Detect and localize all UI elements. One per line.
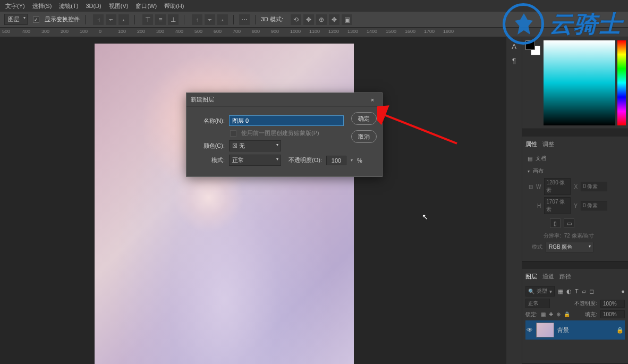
mode-select[interactable]: 正常 [229,155,281,166]
y-field[interactable]: 0 像素 [581,201,607,210]
mode3d-icons: ⟲ ✥ ⊕ ✥ ▣ [291,14,352,25]
color-select[interactable]: ☒ 无 [229,140,281,151]
resolution-label: 分辨率: [544,232,561,240]
blend-mode-select[interactable]: 正常 [525,299,550,308]
align-bottom-icon[interactable]: ⊥ [168,14,179,25]
ruler-tick: 200 [137,29,145,34]
layer-row-background[interactable]: 👁 背景 🔒 [525,320,625,340]
ruler-tick: 0 [99,29,101,34]
type-tool-icon[interactable]: A [512,43,516,50]
color-field[interactable] [544,40,615,125]
lock-label: 锁定: [525,311,538,318]
layer-opacity[interactable]: 100% [600,300,625,308]
tab-properties[interactable]: 属性 [525,140,537,148]
ruler-tick: 1800 [443,29,454,34]
show-transform-label: 显示变换控件 [45,15,80,23]
distribute-space-icon[interactable]: ⫠ [217,14,228,25]
camera-icon[interactable]: ▣ [342,14,352,25]
align-top-icon[interactable]: ⊤ [142,14,153,25]
link-icon[interactable]: ⊟ [529,184,533,190]
fg-bg-swatch[interactable] [525,40,540,55]
close-icon[interactable]: × [367,97,378,103]
cursor-icon: ↖ [422,213,428,221]
ruler-tick: 100 [118,29,126,34]
lock-all-icon[interactable]: 🔒 [564,311,570,317]
layer-name[interactable]: 背景 [557,326,569,334]
menu-item[interactable]: 视图(V) [109,2,129,10]
landscape-icon[interactable]: ▭ [564,218,574,228]
chevron-down-icon[interactable]: ▾ [528,169,530,174]
ruler-tick: 1400 [367,29,377,34]
filter-type-icon[interactable]: T [575,288,579,294]
menu-item[interactable]: 滤镜(T) [59,2,78,10]
ruler-tick: 500 [194,29,202,34]
filter-toggle-icon[interactable]: ● [621,288,625,294]
align-center-h-icon[interactable]: ⫟ [106,14,116,25]
document-image[interactable] [95,44,354,364]
lock-icon[interactable]: 🔒 [616,327,624,334]
pan-icon[interactable]: ✥ [303,14,314,25]
more-options-icon[interactable]: ⋯ [239,14,250,25]
separator [134,15,135,24]
lock-pixels-icon[interactable]: ▦ [541,311,546,317]
w-label: W [536,184,541,190]
opacity-label: 不透明度(O): [288,156,322,164]
filter-shape-icon[interactable]: ▱ [582,288,586,295]
layer-dropdown[interactable]: 图层 [4,14,28,25]
visibility-icon[interactable]: 👁 [527,326,533,334]
clip-mask-checkbox [230,130,236,137]
ok-button[interactable]: 确定 [351,112,377,125]
tab-layers[interactable]: 图层 [525,273,537,281]
layer-filter[interactable]: 🔍 类型 ▾ [525,286,555,297]
x-field[interactable]: 0 像素 [581,182,607,191]
hue-strip[interactable] [617,40,626,125]
filter-smart-icon[interactable]: ◻ [589,288,594,295]
chevron-down-icon[interactable]: ▾ [351,158,353,163]
ruler-tick: 1600 [405,29,415,34]
align-icons: ⫞ ⫟ ⫠ [93,14,129,25]
orbit-icon[interactable]: ⟲ [291,14,301,25]
right-tool-column: A ¶ [506,37,522,364]
ruler-tick: 1000 [290,29,301,34]
menu-item[interactable]: 窗口(W) [135,2,157,10]
portrait-icon[interactable]: ▯ [550,218,561,228]
distribute-h-icon[interactable]: ⫞ [192,14,202,25]
document-icon: ▤ [528,156,532,162]
height-field[interactable]: 1707 像素 [544,197,571,214]
slide-icon[interactable]: ✥ [329,14,340,25]
ruler-tick: 1100 [309,29,320,34]
opacity-input[interactable]: 100 [326,156,346,165]
properties-panel: 属性 调整 ▤文档 ▾画布 ⊟ W 1280 像素 X 0 像素 H 1707 … [522,137,628,261]
tab-adjust[interactable]: 调整 [542,140,554,148]
align-right-icon[interactable]: ⫠ [118,14,129,25]
show-transform-checkbox[interactable] [33,16,39,23]
right-panels: 属性 调整 ▤文档 ▾画布 ⊟ W 1280 像素 X 0 像素 H 1707 … [522,37,628,364]
filter-pixel-icon[interactable]: ▦ [558,288,563,295]
menu-item[interactable]: 文字(Y) [5,2,25,10]
canvas-area[interactable]: ↖ [0,37,511,364]
align-left-icon[interactable]: ⫞ [93,14,104,25]
ruler-tick: 300 [41,29,49,34]
filter-adjust-icon[interactable]: ◐ [566,288,572,295]
ruler-tick: 500 [2,29,10,34]
menu-item[interactable]: 帮助(H) [164,2,184,10]
layer-name-input[interactable] [229,115,344,126]
layer-fill[interactable]: 100% [600,310,625,318]
align-middle-icon[interactable]: ≡ [155,14,166,25]
tab-paths[interactable]: 路径 [559,273,571,281]
name-label: 名称(N): [193,117,225,125]
menu-item[interactable]: 选择(S) [32,2,52,10]
paragraph-icon[interactable]: ¶ [512,57,516,65]
width-field[interactable]: 1280 像素 [544,178,571,195]
distribute-v-icon[interactable]: ⫟ [205,14,215,25]
colormode-select[interactable]: RGB 颜色 [546,242,593,252]
fg-color-swatch[interactable] [525,40,535,50]
menu-item[interactable]: 3D(D) [86,3,101,9]
dolly-icon[interactable]: ⊕ [316,14,327,25]
layer-thumbnail[interactable] [536,323,554,337]
tab-channels[interactable]: 通道 [542,273,554,281]
lock-artboard-icon[interactable]: ⊕ [556,311,561,317]
mode3d-label: 3D 模式: [261,15,283,23]
cancel-button[interactable]: 取消 [351,130,377,143]
lock-position-icon[interactable]: ✚ [549,311,553,317]
